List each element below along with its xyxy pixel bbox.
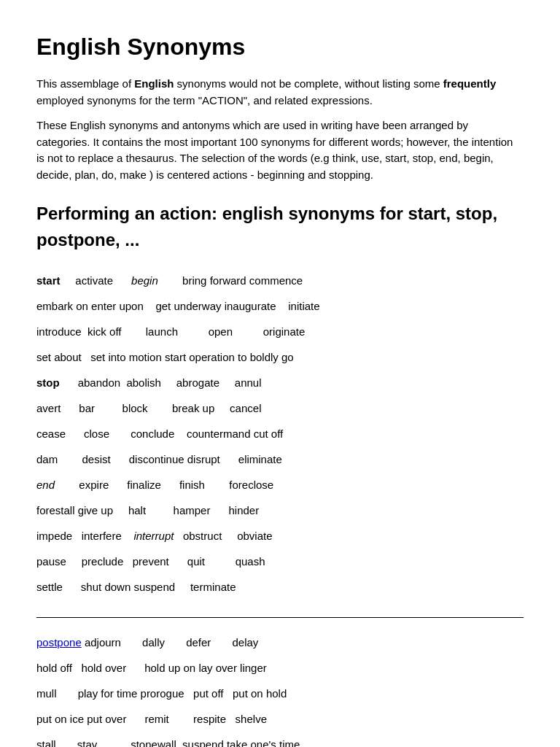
impede-row: impede interfere interrupt obstruct obvi… [36,526,524,546]
postpone-link[interactable]: postpone [36,636,82,649]
forestall-row: forestall give up halt hamper hinder [36,500,524,520]
divider-1 [36,617,524,618]
dam-row: dam desist discontinue disrupt eliminate [36,449,524,469]
introduce-row: introduce kick off launch open originate [36,322,524,341]
synonyms-block: start activate begin bring forward comme… [36,265,524,608]
avert-row: avert bar block break up cancel [36,398,524,418]
section1-heading: Performing an action: english synonyms f… [36,201,524,253]
stop-row: stop abandon abolish abrogate annul [36,373,524,392]
setabout-row: set about set into motion start operatio… [36,347,524,367]
start-row: start activate begin bring forward comme… [36,271,524,290]
bold-frequently: frequently [443,77,497,90]
end-label: end [36,479,55,491]
settle-row: settle shut down suspend terminate [36,577,524,597]
page-title: English Synonyms [36,29,524,64]
puton-row: put on ice put over remit respite shelve [36,709,524,729]
end-row: end expire finalize finish foreclose [36,475,524,495]
intro-paragraph-1: This assemblage of English synonyms woul… [36,76,524,109]
start-label: start [36,274,61,287]
embark-row: embark on enter upon get underway inaugu… [36,296,524,316]
cease-row: cease close conclude countermand cut off [36,424,524,444]
bold-english: English [134,77,174,90]
stop-label: stop [36,376,60,389]
begin-label: begin [131,274,158,287]
postpone-block: postpone adjourn dally defer delay hold … [36,627,524,747]
holdoff-row: hold off hold over hold up on lay over l… [36,658,524,678]
interrupt-label: interrupt [133,530,174,542]
pause-row: pause preclude prevent quit quash [36,551,524,571]
mull-row: mull play for time prorogue put off put … [36,684,524,703]
stall-row: stall stay stonewall suspend take one's … [36,735,524,747]
postpone-row: postpone adjourn dally defer delay [36,632,524,652]
intro-paragraph-2: These English synonyms and antonyms whic… [36,117,524,183]
